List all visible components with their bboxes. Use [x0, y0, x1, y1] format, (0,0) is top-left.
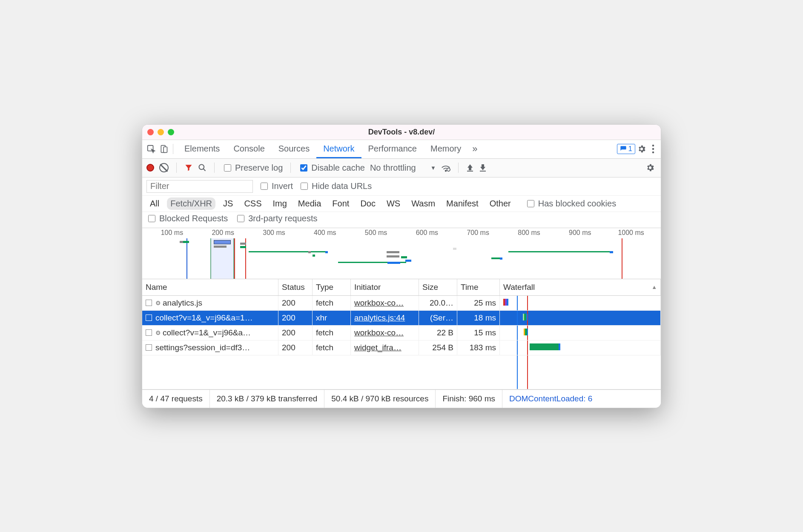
disable-cache-checkbox[interactable]: Disable cache [298, 163, 365, 173]
cell-type: fetch [313, 340, 351, 355]
initiator-link[interactable]: analytics.js:44 [354, 313, 405, 323]
cell-initiator: analytics.js:44 [351, 311, 419, 325]
inspect-icon[interactable] [145, 143, 158, 155]
col-time[interactable]: Time [457, 279, 500, 295]
divider [214, 163, 215, 173]
col-waterfall[interactable]: Waterfall ▲ [500, 279, 661, 295]
type-filter-row: AllFetch/XHRJSCSSImgMediaFontDocWSWasmMa… [142, 196, 661, 212]
cell-name: ⚙analytics.js [142, 296, 278, 310]
type-filter-js[interactable]: JS [220, 197, 236, 210]
network-settings-icon[interactable] [644, 163, 657, 172]
row-checkbox[interactable] [146, 329, 152, 336]
table-row[interactable]: collect?v=1&_v=j96&a=1…200xhranalytics.j… [142, 311, 661, 326]
row-checkbox[interactable] [146, 300, 152, 306]
tab-elements[interactable]: Elements [178, 140, 227, 158]
kebab-icon[interactable] [648, 144, 658, 154]
record-button[interactable] [146, 164, 154, 172]
row-checkbox[interactable] [146, 344, 152, 351]
upload-har-icon[interactable] [466, 163, 474, 172]
invert-checkbox[interactable]: Invert [259, 181, 293, 191]
svg-point-5 [652, 152, 654, 154]
third-party-checkbox[interactable]: 3rd-party requests [235, 214, 317, 223]
request-name: analytics.js [163, 298, 202, 308]
cell-waterfall [500, 311, 661, 325]
type-filter-font[interactable]: Font [329, 197, 353, 210]
type-filter-other[interactable]: Other [486, 197, 514, 210]
gear-icon: ⚙ [155, 300, 161, 306]
window-title: DevTools - v8.dev/ [142, 128, 661, 137]
timeline-ticks: 100 ms200 ms300 ms400 ms500 ms600 ms700 … [142, 228, 661, 237]
tick: 700 ms [453, 229, 504, 237]
tick: 300 ms [249, 229, 300, 237]
tab-sources[interactable]: Sources [272, 140, 316, 158]
type-filter-css[interactable]: CSS [241, 197, 265, 210]
more-tabs-icon[interactable]: » [468, 140, 482, 158]
tick: 1000 ms [605, 229, 657, 237]
svg-point-6 [199, 165, 204, 170]
col-type[interactable]: Type [313, 279, 351, 295]
type-filter-manifest[interactable]: Manifest [443, 197, 482, 210]
cell-waterfall [500, 340, 661, 355]
table-row[interactable]: ⚙analytics.js200fetchworkbox-co…20.0…25 … [142, 296, 661, 311]
svg-rect-10 [467, 171, 473, 172]
search-icon[interactable] [198, 163, 206, 172]
devtools-window: DevTools - v8.dev/ ElementsConsoleSource… [142, 124, 661, 408]
col-status[interactable]: Status [278, 279, 313, 295]
tab-console[interactable]: Console [227, 140, 271, 158]
titlebar: DevTools - v8.dev/ [142, 125, 661, 140]
tab-performance[interactable]: Performance [361, 140, 424, 158]
status-finish: Finish: 960 ms [436, 390, 502, 408]
cell-time: 18 ms [457, 311, 500, 325]
main-tabs: ElementsConsoleSourcesNetworkPerformance… [178, 140, 468, 158]
divider [290, 163, 291, 173]
filter-row: Invert Hide data URLs [142, 177, 661, 196]
type-filter-row-2: Blocked Requests 3rd-party requests [142, 212, 661, 228]
device-icon[interactable] [158, 143, 170, 155]
type-filter-ws[interactable]: WS [383, 197, 404, 210]
filter-icon[interactable] [184, 163, 193, 172]
type-filter-media[interactable]: Media [295, 197, 324, 210]
timeline-body [142, 238, 661, 279]
request-name: collect?v=1&_v=j96&a… [163, 328, 251, 338]
invert-label: Invert [272, 181, 293, 191]
tab-memory[interactable]: Memory [424, 140, 468, 158]
type-filter-fetch-xhr[interactable]: Fetch/XHR [167, 197, 215, 210]
filter-input[interactable] [146, 180, 253, 193]
clear-button[interactable] [159, 163, 169, 172]
cell-status: 200 [278, 326, 313, 340]
disable-cache-label: Disable cache [311, 163, 365, 173]
hide-data-urls-checkbox[interactable]: Hide data URLs [299, 181, 372, 191]
chevron-down-icon: ▼ [430, 165, 436, 171]
throttling-select[interactable]: No throttling ▼ [370, 163, 436, 173]
cell-initiator: widget_ifra… [351, 340, 419, 355]
cell-type: xhr [313, 311, 351, 325]
request-table-header: Name Status Type Initiator Size Time Wat… [142, 279, 661, 296]
table-empty-space [142, 355, 661, 389]
type-filter-all[interactable]: All [146, 197, 163, 210]
blocked-requests-checkbox[interactable]: Blocked Requests [146, 214, 228, 223]
table-row[interactable]: ⚙collect?v=1&_v=j96&a…200fetchworkbox-co… [142, 326, 661, 340]
has-blocked-cookies-checkbox[interactable]: Has blocked cookies [525, 199, 616, 209]
initiator-link[interactable]: workbox-co… [354, 328, 404, 338]
initiator-link[interactable]: widget_ifra… [354, 343, 402, 352]
preserve-log-checkbox[interactable]: Preserve log [222, 163, 283, 173]
svg-point-9 [447, 168, 450, 171]
tab-network[interactable]: Network [316, 140, 361, 158]
type-filter-doc[interactable]: Doc [357, 197, 379, 210]
col-size[interactable]: Size [419, 279, 457, 295]
col-name[interactable]: Name [142, 279, 278, 295]
type-filter-wasm[interactable]: Wasm [408, 197, 439, 210]
issues-badge[interactable]: 1 [617, 144, 635, 154]
row-checkbox[interactable] [146, 315, 152, 321]
divider [458, 163, 459, 173]
type-filter-img[interactable]: Img [270, 197, 290, 210]
blocked-requests-label: Blocked Requests [159, 214, 228, 223]
network-conditions-icon[interactable] [441, 163, 450, 172]
download-har-icon[interactable] [479, 163, 487, 172]
cell-time: 15 ms [457, 326, 500, 340]
col-initiator[interactable]: Initiator [351, 279, 419, 295]
initiator-link[interactable]: workbox-co… [354, 298, 404, 308]
settings-icon[interactable] [635, 144, 648, 154]
table-row[interactable]: settings?session_id=df3…200fetchwidget_i… [142, 340, 661, 355]
timeline-overview[interactable]: 100 ms200 ms300 ms400 ms500 ms600 ms700 … [142, 228, 661, 279]
